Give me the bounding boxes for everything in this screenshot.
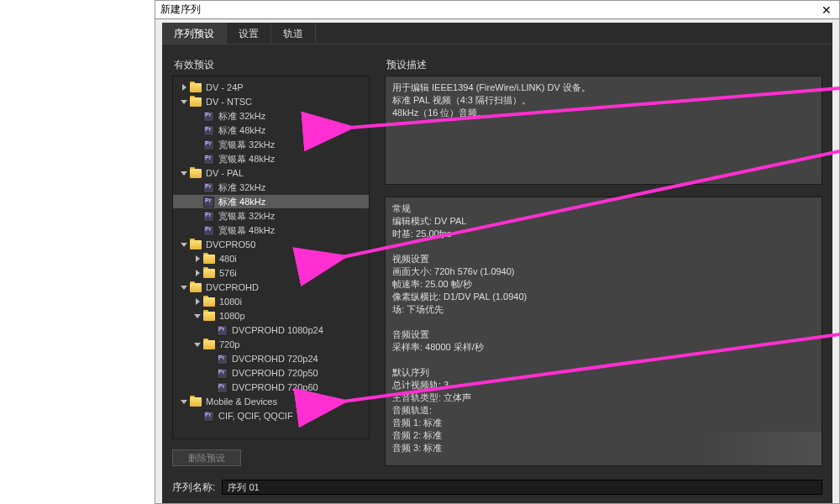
preset-icon	[203, 111, 214, 122]
tree-preset[interactable]: 宽银幕 48kHz	[173, 223, 369, 237]
disclosure-arrow-icon[interactable]	[180, 240, 188, 249]
disclosure-arrow-icon[interactable]	[180, 169, 188, 177]
folder-icon	[190, 169, 202, 178]
tree-folder[interactable]: 480i	[173, 252, 369, 265]
tree-folder[interactable]: 1080i	[173, 295, 369, 308]
tree-preset[interactable]: CIF, QCIF, QQCIF	[173, 409, 369, 423]
tree-item-label: 标准 32kHz	[218, 181, 265, 194]
preset-icon	[217, 325, 228, 336]
tree-item-label: 1080p	[219, 311, 245, 321]
tree-item-label: DVCPROHD 720p50	[232, 368, 318, 378]
tab-tracks[interactable]: 轨道	[271, 23, 316, 44]
tree-folder[interactable]: 576i	[173, 266, 369, 280]
preset-spec-box[interactable]: 常规 编辑模式: DV PAL 时基: 25.00fps 视频设置 画面大小: …	[385, 197, 822, 466]
folder-icon	[203, 297, 215, 307]
folder-icon	[203, 312, 215, 321]
folder-icon	[190, 83, 202, 92]
tree-preset[interactable]: DVCPROHD 720p60	[173, 381, 369, 394]
preset-tree[interactable]: DV - 24PDV - NTSC标准 32kHz标准 48kHz宽银幕 32k…	[172, 76, 370, 439]
disclosure-arrow-icon[interactable]	[193, 312, 202, 320]
tree-item-label: 480i	[219, 254, 237, 264]
tree-item-label: DV - NTSC	[206, 97, 252, 107]
tree-folder[interactable]: DVCPRO50	[173, 238, 369, 251]
disclosure-arrow-icon[interactable]	[193, 340, 202, 349]
disclosure-arrow-icon[interactable]	[180, 283, 188, 291]
close-icon[interactable]: ✕	[819, 3, 834, 17]
fade-decoration	[704, 432, 822, 465]
sequence-name-input[interactable]	[222, 480, 822, 495]
tree-item-label: 宽银幕 32kHz	[218, 139, 275, 151]
preset-icon	[203, 182, 214, 193]
tree-folder[interactable]: 1080p	[173, 309, 369, 323]
tree-preset[interactable]: 宽银幕 48kHz	[173, 152, 369, 165]
new-sequence-dialog[interactable]: 新建序列 ✕ 序列预设 设置 轨道 有效预设 DV - 24PDV - NTSC…	[155, 0, 840, 504]
folder-icon	[203, 255, 215, 264]
tree-folder[interactable]: DV - PAL	[173, 166, 369, 180]
folder-icon	[190, 397, 202, 407]
tree-folder[interactable]: DVCPROHD	[173, 281, 369, 294]
presets-panel: 有效预设 DV - 24PDV - NTSC标准 32kHz标准 48kHz宽银…	[172, 55, 370, 466]
tree-item-label: 标准 48kHz	[218, 124, 265, 137]
tree-item-label: 宽银幕 32kHz	[218, 210, 275, 223]
presets-panel-title: 有效预设	[172, 55, 370, 76]
tree-item-label: Mobile & Devices	[206, 396, 277, 407]
tree-item-label: 标准 48kHz	[218, 196, 265, 208]
tree-preset[interactable]: DVCPROHD 720p50	[173, 366, 369, 380]
tree-item-label: DV - 24P	[206, 82, 244, 92]
description-panel: 预设描述 用于编辑 IEEE1394 (FireWire/i.LINK) DV …	[385, 55, 822, 466]
tree-item-label: DVCPRO50	[206, 239, 255, 249]
preset-icon	[203, 411, 214, 422]
tree-item-label: CIF, QCIF, QQCIF	[218, 411, 293, 421]
preset-icon	[203, 139, 214, 150]
tree-preset[interactable]: 宽银幕 32kHz	[173, 138, 369, 151]
folder-icon	[190, 97, 202, 107]
bottom-row: 序列名称:	[172, 478, 822, 496]
preset-icon	[203, 125, 214, 136]
tree-preset[interactable]: 标准 32kHz	[173, 181, 369, 194]
sequence-name-label: 序列名称:	[172, 480, 215, 495]
tree-folder[interactable]: DV - NTSC	[173, 95, 369, 108]
folder-icon	[190, 283, 202, 292]
spec-text: 常规 编辑模式: DV PAL 时基: 25.00fps 视频设置 画面大小: …	[392, 202, 815, 454]
preset-icon	[217, 368, 228, 379]
tree-item-label: 宽银幕 48kHz	[218, 224, 275, 237]
tree-preset[interactable]: 标准 48kHz	[173, 195, 369, 208]
preset-description-box[interactable]: 用于编辑 IEEE1394 (FireWire/i.LINK) DV 设备。 标…	[385, 76, 822, 185]
preset-icon	[203, 211, 214, 222]
disclosure-arrow-icon[interactable]	[193, 255, 202, 263]
tree-preset[interactable]: 标准 32kHz	[173, 109, 369, 123]
disclosure-arrow-icon[interactable]	[193, 297, 202, 306]
tabbar: 序列预设 设置 轨道	[162, 23, 832, 45]
folder-icon	[203, 269, 215, 278]
preset-icon	[217, 354, 228, 365]
dialog-body: 序列预设 设置 轨道 有效预设 DV - 24PDV - NTSC标准 32kH…	[162, 23, 832, 503]
disclosure-arrow-icon[interactable]	[180, 97, 188, 106]
delete-preset-button[interactable]: 删除预设	[172, 449, 241, 466]
tree-folder[interactable]: 720p	[173, 338, 369, 351]
disclosure-arrow-icon[interactable]	[180, 397, 188, 406]
folder-icon	[190, 240, 202, 249]
tree-folder[interactable]: Mobile & Devices	[173, 395, 369, 408]
tree-item-label: 1080i	[219, 297, 242, 307]
disclosure-arrow-icon[interactable]	[180, 83, 188, 92]
folder-icon	[203, 340, 215, 349]
tree-preset[interactable]: DVCPROHD 720p24	[173, 352, 369, 365]
tree-preset[interactable]: 标准 48kHz	[173, 123, 369, 137]
tree-preset[interactable]: 宽银幕 32kHz	[173, 209, 369, 223]
tree-item-label: DV - PAL	[206, 168, 244, 178]
tree-item-label: DVCPROHD 720p24	[232, 354, 318, 364]
tree-item-label: 宽银幕 48kHz	[218, 153, 275, 165]
description-panel-title: 预设描述	[385, 55, 822, 76]
tab-sequence-presets[interactable]: 序列预设	[162, 23, 227, 44]
tree-folder[interactable]: DV - 24P	[173, 81, 369, 94]
tree-item-label: 标准 32kHz	[218, 110, 265, 123]
tab-settings[interactable]: 设置	[227, 23, 271, 44]
preset-icon	[203, 225, 214, 236]
preset-icon	[217, 382, 228, 393]
tree-preset[interactable]: DVCPROHD 1080p24	[173, 323, 369, 337]
window-title: 新建序列	[160, 3, 819, 17]
tree-item-label: DVCPROHD 720p60	[232, 382, 318, 392]
tree-item-label: 720p	[219, 339, 239, 349]
preset-icon	[203, 197, 214, 207]
disclosure-arrow-icon[interactable]	[193, 269, 202, 277]
